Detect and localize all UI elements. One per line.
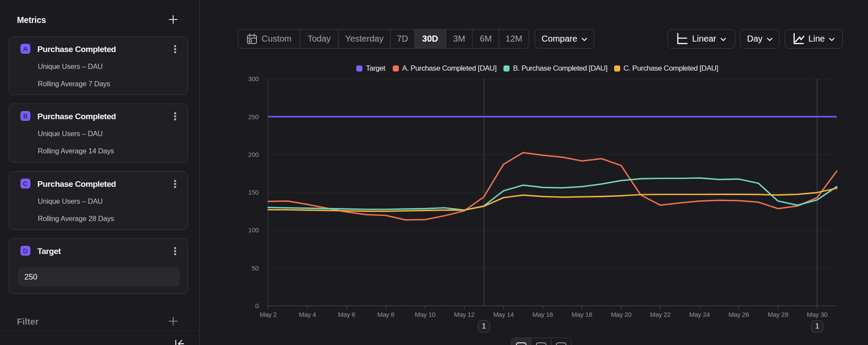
svg-text:May 24: May 24 — [689, 311, 710, 318]
svg-text:May 30: May 30 — [807, 311, 827, 318]
svg-text:May 4: May 4 — [299, 311, 316, 318]
svg-text:100: 100 — [248, 226, 259, 234]
svg-text:May 20: May 20 — [611, 311, 631, 318]
svg-text:0: 0 — [255, 302, 259, 309]
svg-text:May 28: May 28 — [768, 311, 788, 318]
svg-text:May 10: May 10 — [415, 311, 435, 318]
svg-text:50: 50 — [252, 264, 259, 272]
svg-text:300: 300 — [248, 75, 259, 82]
svg-text:May 12: May 12 — [454, 311, 474, 318]
svg-text:May 18: May 18 — [572, 311, 592, 318]
svg-text:May 14: May 14 — [493, 311, 513, 318]
svg-text:150: 150 — [248, 189, 259, 196]
svg-text:May 16: May 16 — [533, 311, 553, 318]
svg-text:May 8: May 8 — [377, 311, 394, 318]
svg-text:May 26: May 26 — [728, 311, 749, 318]
svg-text:May 2: May 2 — [260, 311, 276, 318]
svg-text:May 6: May 6 — [338, 311, 355, 318]
svg-text:250: 250 — [248, 113, 259, 120]
svg-text:May 22: May 22 — [650, 311, 671, 318]
svg-text:200: 200 — [248, 151, 259, 158]
